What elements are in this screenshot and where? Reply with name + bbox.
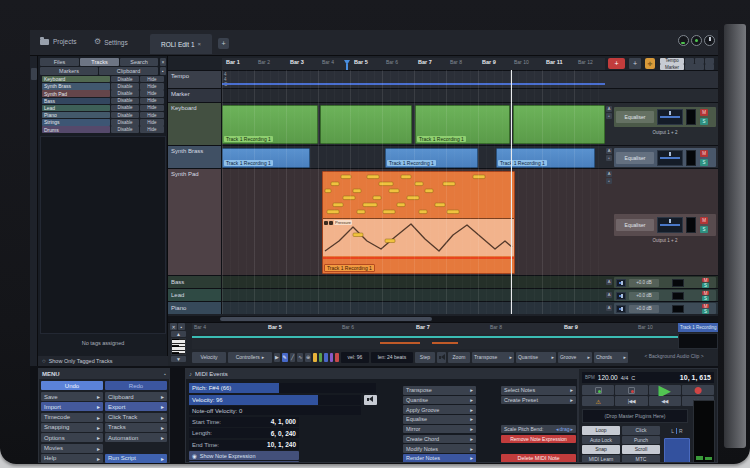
quantise-menu-button[interactable]: Quantise▸ bbox=[516, 352, 556, 363]
curve-tool-icon[interactable]: ∿ bbox=[297, 353, 303, 362]
punch-toggle[interactable]: Punch bbox=[622, 436, 660, 445]
record-button[interactable]: ● bbox=[682, 385, 714, 395]
razor-tool-button[interactable]: ✛ bbox=[645, 58, 655, 69]
keep-on-selected-toggle[interactable]: ◉Keep on Selected Note bbox=[189, 461, 299, 463]
menu-item-run-script[interactable]: Run Script▸ bbox=[105, 454, 167, 463]
track-header-keyboard[interactable]: Keyboard bbox=[168, 103, 222, 145]
volume-fader[interactable] bbox=[657, 150, 683, 166]
track-list-row[interactable]: Keyboard Disable Hide bbox=[42, 76, 164, 82]
hide-button[interactable]: Hide bbox=[140, 76, 164, 82]
menu-item-snapping[interactable]: Snapping▸ bbox=[41, 423, 103, 432]
editor-clip-tab[interactable]: Track 1 Recording 1✎ bbox=[678, 323, 718, 332]
groove-menu-button[interactable]: Groove▸ bbox=[558, 352, 592, 363]
track-header-piano[interactable]: Piano bbox=[168, 302, 222, 314]
zoom-button[interactable]: Zoom bbox=[448, 352, 470, 363]
mute-button[interactable]: M bbox=[702, 291, 709, 296]
solo-button[interactable]: S bbox=[702, 309, 709, 314]
show-note-expression-toggle[interactable]: ◉Show Note Expression bbox=[189, 451, 299, 460]
undo-button[interactable]: Undo bbox=[41, 381, 103, 390]
close-editor-icon[interactable]: ✕ bbox=[170, 323, 177, 330]
hide-button[interactable]: Hide bbox=[140, 83, 164, 89]
midi-clip[interactable]: Track 1 Recording 1 bbox=[385, 148, 478, 168]
play-button[interactable]: ▶ bbox=[649, 385, 681, 395]
pin-sidebar-icon[interactable]: ▪ bbox=[160, 67, 166, 75]
create-preset-button[interactable]: Create Preset▸ bbox=[501, 396, 576, 405]
midi-activity-icon[interactable] bbox=[691, 35, 702, 46]
tempo-curve[interactable] bbox=[222, 83, 605, 85]
midi-clip[interactable] bbox=[320, 105, 412, 144]
volume-fader[interactable] bbox=[616, 279, 626, 287]
editor-ruler[interactable]: Bar 4 Bar 5 Bar 6 Bar 7 Bar 8 Bar 9 Bar … bbox=[192, 323, 678, 334]
track-list-row[interactable]: Bass Disable Hide bbox=[42, 98, 164, 104]
volume-fader[interactable] bbox=[616, 292, 626, 300]
action-quantise[interactable]: Quantise▸ bbox=[403, 396, 476, 405]
remove-note-expression-button[interactable]: Remove Note Expression bbox=[501, 435, 576, 444]
line-tool-icon[interactable]: ╱ bbox=[290, 353, 296, 362]
track-header-lead[interactable]: Lead bbox=[168, 289, 222, 301]
gain-readout[interactable]: +0.0 dB bbox=[629, 305, 659, 313]
solo-button[interactable]: S bbox=[702, 296, 709, 301]
mute-button[interactable]: M bbox=[700, 109, 708, 116]
menu-item-timecode[interactable]: Timecode▸ bbox=[41, 413, 103, 422]
close-tab-icon[interactable]: × bbox=[198, 41, 202, 47]
hide-button[interactable]: Hide bbox=[140, 126, 164, 132]
scroll-down-button[interactable]: ▼ bbox=[171, 356, 186, 362]
track-header-marker[interactable]: Marker bbox=[168, 89, 222, 102]
automation-button[interactable]: A bbox=[606, 148, 612, 154]
velocity-panel-button[interactable]: Velocity bbox=[192, 352, 226, 363]
track-list-row[interactable]: Synth Brass Disable Hide bbox=[42, 83, 164, 89]
menu-item-click-track[interactable]: Click Track▸ bbox=[105, 413, 167, 422]
menu-item-tracks[interactable]: Tracks▸ bbox=[105, 423, 167, 432]
midi-clip-selected[interactable]: Pressure Track 1 Recording 1 bbox=[322, 171, 515, 274]
disable-button[interactable]: Disable bbox=[111, 90, 139, 96]
editor-note-grid[interactable] bbox=[192, 334, 678, 349]
cpu-meter-icon[interactable] bbox=[678, 35, 689, 46]
track-list-row[interactable]: Drums Disable Hide bbox=[42, 126, 164, 132]
disable-button[interactable]: Disable bbox=[111, 119, 139, 125]
menu-item-save[interactable]: Save▸ bbox=[41, 392, 103, 401]
show-only-tagged-toggle[interactable]: ○ Show Only Tagged Tracks bbox=[38, 356, 168, 366]
action-apply-groove[interactable]: Apply Groove▸ bbox=[403, 405, 476, 414]
automation-button[interactable]: A bbox=[606, 292, 612, 298]
automation-button[interactable]: A bbox=[606, 305, 612, 311]
menu-item-help[interactable]: Help▸ bbox=[41, 454, 103, 463]
position-readout[interactable]: 10, 1, 615 bbox=[680, 374, 711, 381]
loop-toggle[interactable]: Loop bbox=[582, 426, 620, 435]
tab-clipboard[interactable]: Clipboard bbox=[99, 67, 158, 75]
time-signature[interactable]: 4/4 bbox=[621, 375, 629, 381]
tempo-track-toggle[interactable]: Tempo bbox=[660, 58, 684, 64]
scale-pitch-bend-control[interactable]: Scale Pitch Bend: ◂drag▸ bbox=[501, 425, 576, 434]
equaliser-plugin[interactable]: Equaliser bbox=[616, 111, 654, 123]
midi-clip[interactable]: Track 1 Recording 1 bbox=[222, 105, 318, 144]
track-list-row[interactable]: Lead Disable Hide bbox=[42, 105, 164, 111]
projects-button[interactable]: Projects bbox=[40, 38, 76, 45]
pencil-tool-icon[interactable]: ✎ bbox=[282, 353, 288, 362]
controllers-panel-button[interactable]: Controllers▸ bbox=[228, 352, 272, 363]
step-input-toggle[interactable]: Step bbox=[415, 352, 435, 363]
step-audition-speaker-icon[interactable] bbox=[437, 352, 446, 363]
automation-button[interactable]: A bbox=[606, 171, 612, 177]
solo-button[interactable]: S bbox=[702, 283, 709, 288]
track-header-synth-brass[interactable]: Synth Brass bbox=[168, 146, 222, 168]
add-plugin-button[interactable]: + bbox=[606, 113, 612, 119]
disable-button[interactable]: Disable bbox=[111, 112, 139, 118]
tempo-option-button[interactable] bbox=[705, 58, 714, 64]
abort-record-button[interactable] bbox=[615, 385, 647, 395]
action-create-chord[interactable]: Create Chord▸ bbox=[403, 435, 476, 444]
level-knob-icon[interactable] bbox=[704, 35, 715, 46]
select-notes-button[interactable]: Select Notes▸ bbox=[501, 386, 576, 395]
tab-markers[interactable]: Markers bbox=[40, 67, 98, 75]
hide-button[interactable]: Hide bbox=[140, 105, 164, 111]
midi-clip[interactable] bbox=[513, 105, 605, 144]
audition-note-button[interactable] bbox=[364, 395, 377, 405]
master-plugins-drop-zone[interactable]: (Drop Master Plugins Here) bbox=[582, 409, 688, 423]
velocity-readout[interactable]: vel: 96 bbox=[341, 352, 369, 363]
velocity-slider[interactable]: Velocity: 96 bbox=[189, 395, 361, 405]
menu-item-automation[interactable]: Automation▸ bbox=[105, 433, 167, 442]
tempo-option-button[interactable] bbox=[695, 58, 704, 64]
eraser-tool-icon[interactable]: ⊕ bbox=[305, 353, 311, 362]
hscrollbar-thumb[interactable] bbox=[220, 317, 432, 321]
select-tool-icon[interactable]: ▶ bbox=[274, 353, 280, 362]
start-time-field[interactable]: Start Time: 4, 1, 000 bbox=[189, 417, 299, 427]
mute-button[interactable]: M bbox=[700, 217, 708, 224]
